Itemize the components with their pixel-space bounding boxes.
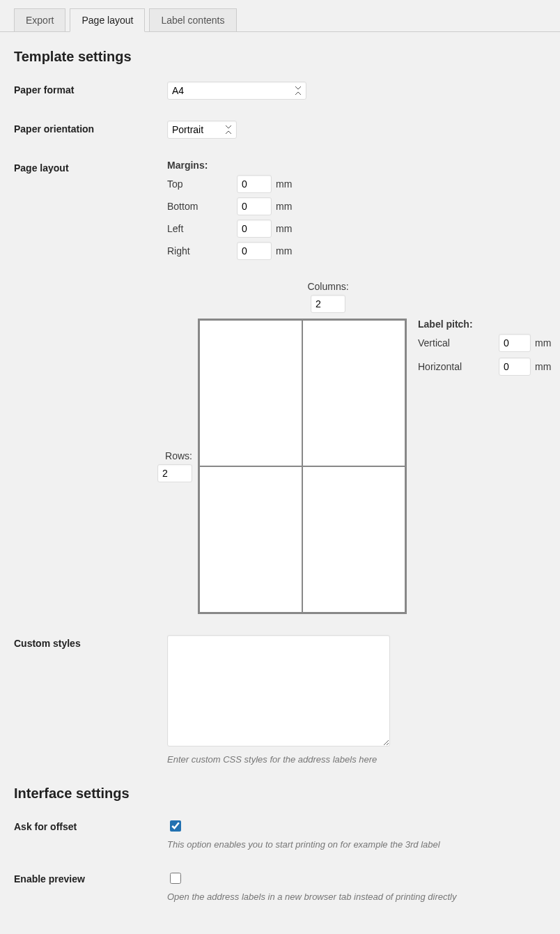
- label-page-layout: Page layout: [14, 160, 167, 174]
- tab-export[interactable]: Export: [14, 8, 65, 31]
- select-paper-format[interactable]: A4: [167, 82, 306, 100]
- label-pitch-horizontal: Horizontal: [418, 361, 499, 372]
- checkbox-ask-for-offset[interactable]: [170, 820, 181, 832]
- label-enable-preview: Enable preview: [14, 871, 167, 885]
- label-margin-left: Left: [167, 223, 237, 234]
- unit-margin-top: mm: [276, 178, 292, 190]
- grid-cell: [199, 466, 302, 613]
- helper-enable-preview: Open the address labels in a new browser…: [167, 891, 546, 902]
- row-paper-orientation: Paper orientation Portrait: [14, 121, 546, 139]
- input-margin-bottom[interactable]: [237, 197, 272, 215]
- heading-interface-settings: Interface settings: [14, 786, 546, 802]
- unit-margin-left: mm: [276, 223, 292, 234]
- checkbox-enable-preview[interactable]: [170, 873, 181, 884]
- label-custom-styles: Custom styles: [14, 635, 167, 649]
- unit-margin-right: mm: [276, 245, 292, 257]
- tab-page-layout[interactable]: Page layout: [70, 8, 145, 32]
- helper-ask-for-offset: This option enables you to start printin…: [167, 839, 546, 850]
- input-rows[interactable]: [157, 464, 192, 482]
- select-paper-orientation[interactable]: Portrait: [167, 121, 237, 139]
- grid-preview: [198, 319, 407, 614]
- label-columns: Columns:: [224, 281, 433, 292]
- label-margin-top: Top: [167, 178, 237, 190]
- row-enable-preview: Enable preview Open the address labels i…: [14, 871, 546, 902]
- input-pitch-horizontal[interactable]: [499, 358, 531, 376]
- row-ask-for-offset: Ask for offset This option enables you t…: [14, 818, 546, 850]
- grid-cell: [199, 320, 302, 466]
- heading-template-settings: Template settings: [14, 49, 546, 65]
- input-pitch-vertical[interactable]: [499, 334, 531, 352]
- unit-pitch-horizontal: mm: [535, 361, 551, 372]
- helper-custom-styles: Enter custom CSS styles for the address …: [167, 754, 546, 765]
- row-paper-format: Paper format A4: [14, 82, 546, 100]
- label-pitch-vertical: Vertical: [418, 337, 499, 349]
- label-paper-format: Paper format: [14, 82, 167, 95]
- label-margins: Margins:: [167, 160, 551, 171]
- input-margin-right[interactable]: [237, 242, 272, 260]
- label-pitch: Label pitch:: [418, 319, 551, 330]
- tab-label-contents[interactable]: Label contents: [149, 8, 236, 31]
- input-margin-left[interactable]: [237, 220, 272, 238]
- label-paper-orientation: Paper orientation: [14, 121, 167, 135]
- input-columns[interactable]: [311, 295, 345, 313]
- tab-bar: Export Page layout Label contents: [0, 0, 560, 32]
- label-rows: Rows:: [165, 450, 192, 461]
- grid-cell: [302, 320, 405, 466]
- label-ask-for-offset: Ask for offset: [14, 818, 167, 832]
- input-custom-styles[interactable]: [167, 635, 390, 747]
- grid-cell: [302, 466, 405, 613]
- unit-margin-bottom: mm: [276, 201, 292, 212]
- row-page-layout: Page layout Margins: Top mm Bottom mm Le…: [14, 160, 546, 614]
- input-margin-top[interactable]: [237, 175, 272, 193]
- row-custom-styles: Custom styles Enter custom CSS styles fo…: [14, 635, 546, 765]
- label-margin-right: Right: [167, 245, 237, 257]
- label-margin-bottom: Bottom: [167, 201, 237, 212]
- unit-pitch-vertical: mm: [535, 337, 551, 349]
